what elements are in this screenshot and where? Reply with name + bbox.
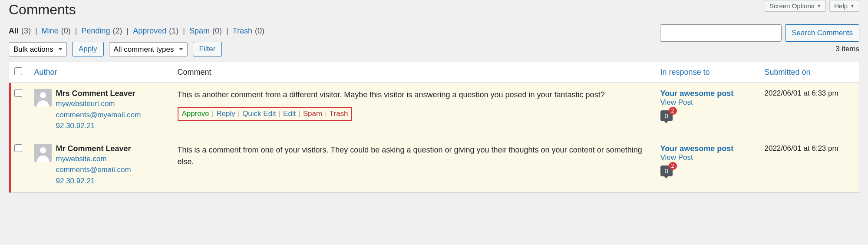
response-post-link[interactable]: Your awesome post	[660, 89, 734, 98]
col-date[interactable]: Submitted on	[765, 68, 811, 76]
comment-type-select[interactable]: All comment types	[109, 42, 188, 56]
filter-approved[interactable]: Approved	[133, 26, 166, 36]
author-email-link[interactable]: comments@myemail.com	[56, 109, 141, 121]
filter-mine[interactable]: Mine	[42, 26, 59, 36]
comment-text: This is a comment from one of your visit…	[178, 144, 650, 168]
comment-text: This is another comment from a different…	[178, 89, 650, 101]
bulk-actions-select[interactable]: Bulk actions	[9, 42, 67, 56]
help-button[interactable]: Help▼	[829, 0, 859, 12]
view-post-link[interactable]: View Post	[660, 153, 754, 162]
row-checkbox[interactable]	[14, 144, 22, 152]
author-site-link[interactable]: mywebsite.com	[56, 153, 131, 165]
avatar	[34, 144, 52, 162]
submitted-date: 2022/06/01 at 6:33 pm	[759, 83, 859, 138]
author-name: Mr Comment Leaver	[56, 144, 131, 153]
items-count: 3 items	[835, 45, 859, 53]
trash-link[interactable]: Trash	[330, 109, 348, 118]
page-title: Comments	[9, 2, 859, 18]
table-row: Mrs Comment Leaver mywebsiteurl.com comm…	[9, 83, 859, 138]
table-row: Mr Comment Leaver mywebsite.com comments…	[9, 138, 859, 193]
edit-link[interactable]: Edit	[283, 109, 296, 118]
comments-table: Author Comment In response to Submitted …	[9, 62, 859, 193]
col-response[interactable]: In response to	[660, 68, 710, 76]
quick-edit-link[interactable]: Quick Edit	[242, 109, 276, 118]
author-site-link[interactable]: mywebsiteurl.com	[56, 98, 141, 109]
submitted-date: 2022/06/01 at 6:23 pm	[759, 138, 859, 193]
filter-pending[interactable]: Pending	[81, 26, 110, 36]
reply-link[interactable]: Reply	[216, 109, 235, 118]
select-all-checkbox[interactable]	[14, 67, 22, 75]
author-email-link[interactable]: comments@email.com	[56, 164, 131, 175]
filter-trash[interactable]: Trash	[233, 26, 252, 36]
author-ip-link[interactable]: 92.30.92.21	[56, 175, 131, 187]
view-post-link[interactable]: View Post	[660, 98, 754, 107]
filter-links: All(3) | Mine(0) | Pending(2) | Approved…	[9, 26, 264, 36]
apply-button[interactable]: Apply	[72, 42, 104, 56]
filter-spam[interactable]: Spam	[189, 26, 210, 36]
pending-badge: 2	[669, 162, 677, 170]
comment-count-bubble[interactable]: 0 2	[660, 166, 673, 176]
filter-all[interactable]: All	[9, 26, 19, 36]
chevron-down-icon: ▼	[850, 3, 855, 8]
search-comments-button[interactable]: Search Comments	[785, 24, 859, 42]
filter-button[interactable]: Filter	[193, 42, 222, 56]
col-comment: Comment	[172, 62, 655, 83]
row-actions: Approve|Reply|Quick Edit|Edit|Spam|Trash	[178, 107, 353, 121]
spam-link[interactable]: Spam	[303, 109, 322, 118]
comment-count-bubble[interactable]: 0 2	[660, 110, 673, 121]
author-name: Mrs Comment Leaver	[56, 89, 141, 98]
search-input[interactable]	[660, 24, 782, 42]
approve-link[interactable]: Approve	[182, 109, 209, 118]
avatar	[34, 89, 52, 106]
response-post-link[interactable]: Your awesome post	[660, 144, 734, 153]
author-ip-link[interactable]: 92.30.92.21	[56, 120, 141, 132]
chevron-down-icon: ▼	[817, 3, 821, 8]
pending-badge: 2	[669, 107, 677, 115]
row-checkbox[interactable]	[14, 89, 22, 97]
col-author[interactable]: Author	[34, 68, 57, 76]
screen-options-button[interactable]: Screen Options▼	[765, 0, 826, 12]
